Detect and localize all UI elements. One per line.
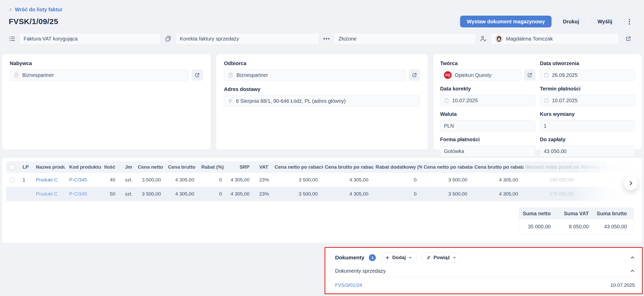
page-title: FVSK/1/09/25 [9, 17, 58, 26]
correction-date-label: Data korekty [440, 86, 535, 92]
recipient-value: Biznespartner [236, 72, 268, 78]
cell-gross_after_discount: 4 305,00 [323, 187, 374, 201]
document-type-value: Faktura VAT korygująca [24, 36, 78, 42]
creator-value: Opiekun Questy [455, 72, 491, 78]
chevron-down-icon [453, 256, 456, 259]
buyer-label: Nabywca [10, 60, 203, 66]
responsible-avatar [495, 35, 503, 43]
currency-field[interactable]: PLN [440, 120, 535, 131]
cell-discount: 0 [200, 173, 227, 187]
cell-net_after_discount: 3 500,00 [273, 187, 323, 201]
due-date-value: 10.07.2025 [552, 98, 578, 104]
product-code-link[interactable]: P-C/345 [69, 177, 87, 182]
collapse-sales-documents-button[interactable] [630, 269, 635, 273]
created-date-field[interactable]: 26.09.2025 [540, 69, 635, 81]
due-date-field[interactable]: 10.07.2025 [540, 95, 635, 106]
recipient-panel: Odbiorca Biznespartner Adres dostawy 6 S… [216, 54, 428, 150]
column-header: SRP [227, 161, 255, 173]
document-number-link[interactable]: FVS/3/01/24 [335, 282, 362, 288]
creator-field[interactable]: OQ Opiekun Questy [440, 69, 521, 81]
open-recipient-button[interactable] [409, 69, 420, 81]
recipient-label: Odbiorca [224, 60, 420, 66]
link-document-label: Powiąż [433, 255, 450, 260]
open-responsible-button[interactable] [623, 33, 634, 44]
cell-gross_after_discounts: 4 305,00 [473, 187, 524, 201]
items-table-scroll-area: LPNazwa produktuKod produktuIlośćJmCena … [6, 161, 638, 201]
correction-date-group: Data korekty 10.07.2025 [440, 86, 535, 106]
more-options-button[interactable]: ⋮ [624, 16, 635, 27]
product-code-link[interactable]: P-C/345 [69, 191, 87, 197]
column-header: Ilość [101, 161, 121, 173]
open-buyer-button[interactable] [192, 69, 203, 81]
delivery-address-field[interactable]: 6 Sierpnia 88/1, 90-646 Łódź, PL (adres … [224, 95, 420, 107]
delivery-address-value: 6 Sierpnia 88/1, 90-646 Łódź, PL (adres … [236, 98, 346, 104]
payment-method-field[interactable]: Gotówka [440, 146, 535, 157]
scroll-columns-right-button[interactable] [624, 176, 638, 190]
product-link[interactable]: Produkt C [36, 177, 57, 182]
column-header: Wartość netto przed rabatami [524, 161, 579, 173]
issue-warehouse-document-button[interactable]: Wystaw dokument magazynowy [460, 16, 552, 27]
column-header: Cena netto [136, 161, 167, 173]
correction-date-field[interactable]: 10.07.2025 [440, 95, 535, 106]
product-link[interactable]: Produkt C [36, 191, 57, 197]
relation-type-field[interactable]: Korekta faktury sprzedaży [175, 33, 319, 44]
buyer-field[interactable]: Biznespartner [10, 69, 189, 81]
open-creator-button[interactable] [524, 69, 535, 81]
cell-net_after_discount: 3 500,00 [273, 173, 323, 187]
column-header: LP [18, 161, 32, 173]
column-header: Rabat dodatkowy (%) [374, 161, 422, 173]
row-checkbox[interactable] [10, 177, 15, 182]
send-button[interactable]: Wyślij [590, 16, 619, 27]
cell-discount: 0 [200, 187, 227, 201]
documents-header: Dokumenty 1 Dodaj Powiąż [335, 252, 635, 263]
back-link-label: Wróć do listy faktur [15, 7, 63, 13]
summary-value: 43 050,00 [595, 224, 633, 230]
calendar-icon [544, 98, 549, 103]
print-button[interactable]: Drukuj [556, 16, 586, 27]
column-header: Cena brutto [167, 161, 200, 173]
document-type-field[interactable]: Faktura VAT korygująca [19, 33, 161, 44]
select-all-checkbox[interactable] [10, 165, 15, 170]
item-row: Produkt CP-C/34550szt.3 500,004 305,0004… [6, 187, 638, 201]
cell-srp: 4 305,00 [227, 187, 255, 201]
currency-value: PLN [444, 123, 454, 129]
status-field[interactable]: Złożone [334, 33, 476, 44]
column-header: Cena brutto po rabatach [473, 161, 524, 173]
column-header: Cena netto po rabacie [273, 161, 323, 173]
cell-net_after_discounts: 3 500,00 [422, 173, 473, 187]
column-header: VAT [255, 161, 273, 173]
exchange-rate-label: Kurs wymiany [540, 111, 635, 117]
details-panel: Twórca OQ Opiekun Questy Data utworzenia [433, 54, 642, 150]
column-header: Wartość brutto przed rabatami [579, 161, 638, 173]
summary-value: 8 050,00 [557, 224, 596, 230]
cell-vat: 23% [255, 173, 273, 187]
map-pin-icon [228, 98, 233, 104]
cell-quantity: 40 [101, 173, 121, 187]
add-document-button[interactable]: Dodaj [380, 252, 417, 263]
creator-group: Twórca OQ Opiekun Questy [440, 60, 535, 81]
collapse-documents-button[interactable] [630, 255, 635, 260]
amount-due-field[interactable]: 43 050,00 [540, 146, 635, 157]
created-date-label: Data utworzenia [540, 60, 635, 66]
document-row: FVS/3/01/2410.07.2025 [335, 277, 635, 293]
cell-code: P-C/345 [65, 187, 101, 201]
link-document-button[interactable]: Powiąż [421, 252, 461, 263]
info-panels-row: Nabywca Biznespartner Odbiorca Biznespar… [2, 54, 642, 150]
buyer-value: Biznespartner [22, 72, 54, 78]
items-table-card: LPNazwa produktuKod produktuIlośćJmCena … [2, 158, 642, 243]
building-icon [14, 72, 19, 78]
recipient-field[interactable]: Biznespartner [224, 69, 406, 81]
document-date: 10.07.2025 [610, 282, 635, 288]
column-header: Jm [121, 161, 136, 173]
due-date-label: Termin płatności [540, 86, 635, 92]
creator-label: Twórca [440, 60, 535, 66]
responsible-field[interactable]: Magdalena Tomczak [491, 33, 619, 44]
documents-list: FVS/3/01/2410.07.2025 [335, 277, 635, 293]
exchange-rate-group: Kurs wymiany 1 [540, 111, 635, 131]
column-header: Nazwa produktu [32, 161, 65, 173]
totals-summary-header: Suma nettoSuma VATSuma brutto [519, 208, 633, 219]
created-date-group: Data utworzenia 26.09.2025 [540, 60, 635, 81]
exchange-rate-field[interactable]: 1 [540, 120, 635, 131]
documents-title: Dokumenty [335, 254, 364, 261]
back-link[interactable]: Wróć do listy faktur [9, 7, 63, 13]
